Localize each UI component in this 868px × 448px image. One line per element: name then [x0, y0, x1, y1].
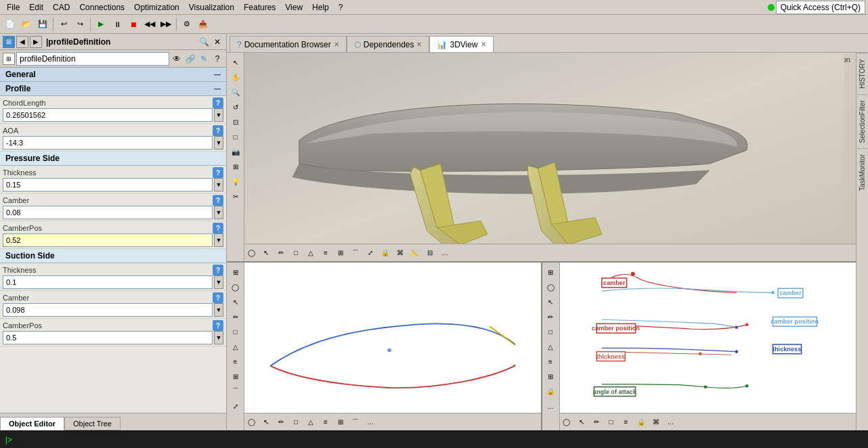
- object-help-btn[interactable]: ?: [211, 53, 223, 65]
- gv-lines[interactable]: ≡: [544, 355, 557, 368]
- gb-lines[interactable]: ≡: [620, 416, 633, 429]
- vt-mesh[interactable]: ⊞: [229, 160, 242, 173]
- menu-visualization[interactable]: Visualization: [185, 1, 238, 14]
- pv-tri[interactable]: △: [229, 340, 242, 353]
- tab-doc-close[interactable]: ✕: [334, 41, 339, 48]
- prop-chordlength-help[interactable]: ?: [213, 97, 223, 108]
- gb-circle[interactable]: ◯: [560, 416, 573, 429]
- prop-suction-camber-arrow[interactable]: ▼: [214, 303, 223, 317]
- pb-more[interactable]: …: [364, 416, 377, 429]
- menu-features[interactable]: Features: [240, 1, 280, 14]
- pb-lines[interactable]: ≡: [319, 416, 332, 429]
- pv-trans[interactable]: ⤢: [229, 399, 242, 413]
- gb-key[interactable]: ⌘: [649, 416, 663, 429]
- menu-connections[interactable]: Connections: [75, 1, 129, 14]
- prop-pressure-camberpos-input[interactable]: [3, 233, 213, 247]
- tab-3dview[interactable]: 📊 3DView ✕: [429, 36, 493, 52]
- vt-pan[interactable]: ✋: [229, 70, 242, 84]
- vt-fit[interactable]: ⊡: [229, 115, 242, 129]
- pv-grid[interactable]: ⊞: [229, 369, 242, 383]
- vt-key[interactable]: ⌘: [393, 246, 407, 260]
- vt-triangle[interactable]: △: [304, 246, 318, 260]
- pb-grid[interactable]: ⊞: [334, 416, 347, 429]
- gv-pencil[interactable]: ✏: [544, 310, 557, 323]
- tab-documentation-browser[interactable]: ? Documentation Browser ✕: [230, 36, 347, 52]
- prop-pressure-thickness-input[interactable]: [3, 178, 213, 192]
- menu-help[interactable]: Help: [308, 1, 333, 14]
- side-tab-selection[interactable]: SelectionFilter: [857, 94, 867, 148]
- open-button[interactable]: 📂: [19, 17, 34, 32]
- prop-pressure-camberpos-help[interactable]: ?: [213, 223, 223, 233]
- pv-cursor[interactable]: ↖: [229, 295, 242, 309]
- vt-cursor[interactable]: ↖: [259, 246, 273, 260]
- object-name-input[interactable]: [16, 52, 169, 66]
- prev-button[interactable]: ◀◀: [142, 17, 157, 32]
- prop-suction-camberpos-arrow[interactable]: ▼: [214, 331, 223, 344]
- tab-object-editor[interactable]: Object Editor: [0, 417, 64, 430]
- vt-rotate[interactable]: ↺: [229, 100, 242, 114]
- prop-suction-camber-help[interactable]: ?: [213, 292, 223, 303]
- side-tab-task[interactable]: TaskMonitor: [857, 148, 867, 196]
- prop-suction-thickness-help[interactable]: ?: [213, 265, 223, 275]
- vt-pencil[interactable]: ✏: [274, 246, 288, 260]
- prop-pressure-thickness-help[interactable]: ?: [213, 167, 223, 178]
- pb-circle[interactable]: ◯: [244, 416, 258, 429]
- prop-suction-thickness-input[interactable]: [3, 275, 213, 289]
- menu-file[interactable]: File: [3, 1, 24, 14]
- tab-dep-close[interactable]: ✕: [416, 41, 422, 48]
- prop-suction-camberpos-input[interactable]: [3, 331, 213, 344]
- gb-square[interactable]: □: [605, 416, 618, 429]
- gv-more[interactable]: …: [544, 399, 557, 413]
- vt-clip[interactable]: ✂: [229, 189, 242, 203]
- tab-object-tree[interactable]: Object Tree: [64, 417, 121, 430]
- prop-pressure-camber-input[interactable]: [3, 206, 213, 219]
- menu-question[interactable]: ?: [334, 1, 347, 14]
- vt-lines[interactable]: ≡: [319, 246, 332, 260]
- viewport-3d[interactable]: ↖ ✋ 🔍 ↺ ⊡ □ 📷 ⊞ 💡 ✂ wingSection: [227, 53, 856, 263]
- pb-pencil[interactable]: ✏: [274, 416, 288, 429]
- profile-2d-view[interactable]: ⊞ ◯ ↖ ✏ □ △ ≡ ⊞ ⌒ ⤢: [227, 263, 542, 430]
- gv-tri[interactable]: △: [544, 340, 557, 353]
- tab-dependencies[interactable]: ⬡ Dependendes ✕: [347, 36, 430, 52]
- object-view-btn[interactable]: 👁: [171, 53, 183, 65]
- vt-transform[interactable]: ⤢: [364, 246, 377, 260]
- pb-square[interactable]: □: [289, 416, 303, 429]
- menu-optimization[interactable]: Optimization: [130, 1, 183, 14]
- prop-aoa-input[interactable]: [3, 136, 213, 150]
- pv-home[interactable]: ⊞: [229, 265, 242, 279]
- gb-pencil[interactable]: ✏: [590, 416, 603, 429]
- new-button[interactable]: 📄: [3, 17, 18, 32]
- pb-curve[interactable]: ⌒: [349, 416, 362, 429]
- vt-grid[interactable]: ⊞: [334, 246, 347, 260]
- vt-curve[interactable]: ⌒: [349, 246, 362, 260]
- pv-circle[interactable]: ◯: [229, 280, 242, 294]
- gv-circle[interactable]: ◯: [544, 280, 557, 294]
- section-general-collapse[interactable]: —: [214, 71, 221, 79]
- prop-pressure-camber-help[interactable]: ?: [213, 195, 223, 206]
- panel-back-btn[interactable]: ◀: [16, 36, 28, 48]
- section-suction-side[interactable]: Suction Side: [0, 249, 226, 263]
- tab-3d-close[interactable]: ✕: [481, 41, 486, 48]
- pb-cursor[interactable]: ↖: [259, 416, 273, 429]
- object-link-btn[interactable]: 🔗: [184, 53, 196, 65]
- export-button[interactable]: 📤: [196, 17, 211, 32]
- section-pressure-side[interactable]: Pressure Side: [0, 152, 226, 166]
- prop-aoa-help[interactable]: ?: [213, 125, 223, 136]
- panel-close-btn[interactable]: ✕: [211, 36, 223, 48]
- panel-search-btn[interactable]: 🔍: [198, 36, 210, 48]
- prop-pressure-camberpos-arrow[interactable]: ▼: [214, 233, 223, 247]
- side-tab-history[interactable]: HISTORY: [857, 53, 867, 94]
- vt-square[interactable]: □: [289, 246, 303, 260]
- prop-suction-camberpos-help[interactable]: ?: [213, 320, 223, 331]
- object-edit-btn[interactable]: ✎: [198, 53, 210, 65]
- prop-pressure-thickness-arrow[interactable]: ▼: [214, 178, 223, 192]
- prop-aoa-arrow[interactable]: ▼: [214, 136, 223, 150]
- vt-circle[interactable]: ◯: [244, 246, 258, 260]
- save-button[interactable]: 💾: [35, 17, 50, 32]
- gv-home[interactable]: ⊞: [544, 265, 557, 279]
- gv-grid[interactable]: ⊞: [544, 369, 557, 383]
- pb-tri[interactable]: △: [304, 416, 318, 429]
- section-profile[interactable]: Profile —: [0, 82, 226, 96]
- vt-measure[interactable]: 📐: [408, 246, 422, 260]
- prop-suction-camber-input[interactable]: [3, 303, 213, 317]
